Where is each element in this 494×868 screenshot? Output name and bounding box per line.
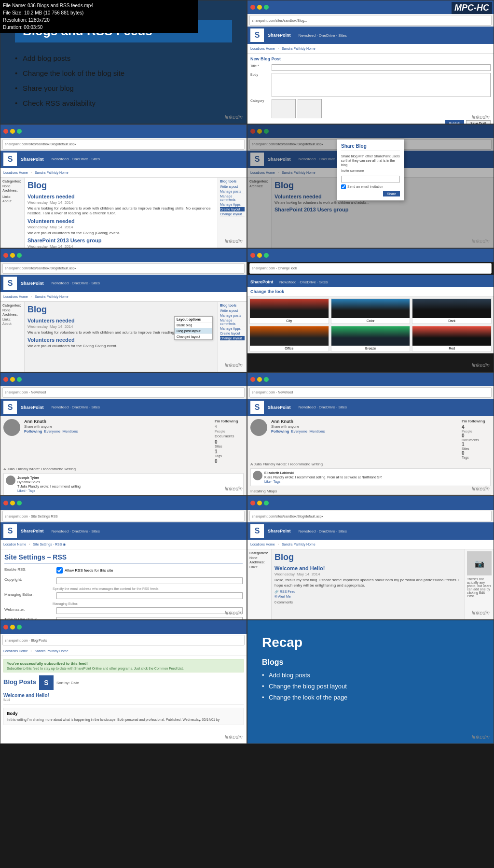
min-btn-5[interactable]	[10, 253, 15, 258]
theme-color[interactable]: Color	[331, 298, 411, 324]
theme-breeze[interactable]: Breeze	[331, 326, 411, 351]
everyone-tab-8[interactable]: Everyone	[291, 429, 307, 434]
everyone-tab[interactable]: Everyone	[44, 429, 60, 434]
min-btn-11[interactable]	[10, 625, 15, 630]
ttl-input[interactable]	[56, 617, 243, 619]
theme-grid-container: City Color Dark Office Breeze	[247, 296, 494, 353]
layout-dropdown[interactable]: Layout options Basic blog Blog post layo…	[174, 316, 213, 340]
address-bar-7[interactable]: sharepoint.com - Newsfeed	[2, 387, 245, 398]
address-bar-3[interactable]: sharepoint.com/sites/sandbox/Blog/defaul…	[2, 139, 245, 150]
tool-change-5[interactable]: Change layout	[220, 336, 245, 341]
address-bar-1[interactable]: sharepoint.com/sites/sandbox/Blog...	[249, 15, 492, 26]
theme-city[interactable]: City	[249, 298, 329, 324]
theme-office[interactable]: Office	[249, 326, 329, 351]
tool-create-layout[interactable]: Create layout	[220, 207, 245, 212]
tool-comments-5[interactable]: Manage comments	[220, 318, 245, 326]
social-post-8-2: Dennis Marchuk Klara Flandly wrote: Eliz…	[250, 494, 491, 496]
mentions-tab-8[interactable]: Mentions	[309, 429, 325, 434]
tool-manage-5[interactable]: Manage posts	[220, 313, 245, 318]
layout-opt-2[interactable]: Blog post layout	[175, 328, 212, 334]
close-btn-8[interactable]	[250, 377, 255, 382]
categories-label: Categories:	[2, 180, 22, 183]
tool-apps-5[interactable]: Manage Apps	[220, 326, 245, 331]
managing-editor-input[interactable]	[56, 592, 243, 599]
close-btn-9[interactable]	[3, 501, 8, 505]
close-btn-10[interactable]	[250, 501, 255, 505]
tool-comments[interactable]: Manage comments	[220, 194, 245, 202]
address-bar-9[interactable]: sharepoint.com - Site Settings RSS	[2, 511, 245, 521]
address-bar-6[interactable]: sharepoint.com - Change look	[249, 263, 492, 274]
bullet-1: Add blog posts	[15, 54, 232, 62]
tool-create-5[interactable]: Create layout	[220, 331, 245, 336]
share-button[interactable]: Share	[383, 191, 400, 196]
layout-opt-3[interactable]: Changed layout	[175, 334, 212, 339]
enable-rss-check[interactable]	[56, 567, 63, 574]
actions-1[interactable]: Liked · Tags	[17, 489, 81, 493]
tool-write[interactable]: Write a post	[220, 184, 245, 189]
min-btn-9[interactable]	[10, 501, 15, 505]
body-section-title: Body	[7, 711, 240, 716]
user-name: Ann Knuth	[24, 419, 211, 424]
tool-manage[interactable]: Manage posts	[220, 189, 245, 194]
min-btn-7[interactable]	[10, 377, 15, 382]
cat-selected[interactable]	[298, 99, 322, 118]
close-btn-7[interactable]	[3, 377, 8, 382]
close-btn[interactable]	[250, 5, 255, 10]
sp-name: SharePoint	[268, 33, 291, 38]
tool-change-layout[interactable]: Change layout	[220, 212, 245, 217]
copyright-input[interactable]	[56, 577, 243, 584]
max-btn-6[interactable]	[264, 253, 269, 258]
close-btn-5[interactable]	[3, 253, 8, 258]
close-btn-3[interactable]	[3, 129, 8, 134]
layout-opt-1[interactable]: Basic blog	[175, 322, 212, 328]
maximize-btn[interactable]	[264, 5, 269, 10]
max-btn-11[interactable]	[17, 625, 22, 630]
close-btn-6[interactable]	[250, 253, 255, 258]
user-info: Ann Knuth Share with anyone Following Ev…	[24, 419, 211, 464]
email-checkbox[interactable]	[341, 184, 346, 189]
sp-logo-9: S	[3, 524, 17, 538]
sp-nav-5: Newsfeed · OneDrive · Sites	[52, 281, 100, 285]
max-btn-3[interactable]	[17, 129, 22, 134]
minimize-btn[interactable]	[257, 5, 262, 10]
sp-nav-bar-9: Location Name › Site Settings - RSS ◉	[0, 540, 247, 549]
address-bar-5[interactable]: sharepoint.com/sites/sandbox/Blog/defaul…	[2, 263, 245, 274]
comments-count: 0 comments	[274, 601, 462, 604]
tags-count-8: 0	[462, 450, 491, 456]
address-bar-8[interactable]: sharepoint.com - Newsfeed	[249, 387, 492, 398]
body-input[interactable]	[272, 73, 491, 97]
save-draft-btn[interactable]: Save Draft	[466, 120, 491, 124]
linkedin-badge-2: linkedin	[472, 114, 490, 120]
invite-input[interactable]	[341, 176, 400, 182]
managing-desc: Managing Editor:	[53, 602, 243, 605]
post-text-1: Joseph Tyber Dynamik Sales T Julia Fland…	[17, 476, 81, 493]
max-btn-10[interactable]	[264, 501, 269, 505]
max-btn-9[interactable]	[17, 501, 22, 505]
max-btn-7[interactable]	[17, 377, 22, 382]
min-btn-3[interactable]	[10, 129, 15, 134]
linkedin-badge-11: linkedin	[225, 734, 243, 740]
cat-list[interactable]	[272, 99, 296, 118]
links-label: Links:	[2, 195, 22, 198]
actions-8-1[interactable]: Like · Tags	[264, 479, 382, 484]
max-btn-8[interactable]	[264, 377, 269, 382]
tool-write-5[interactable]: Write a post	[220, 308, 245, 313]
title-input[interactable]	[272, 64, 491, 71]
form-actions: Publish Save Draft	[250, 120, 491, 124]
alert-link[interactable]: ✉ Alert Me	[274, 595, 462, 599]
address-bar-10[interactable]: sharepoint.com/sites/sandbox/Blog/defaul…	[249, 511, 492, 521]
tool-apps[interactable]: Manage Apps	[220, 202, 245, 207]
min-btn-6[interactable]	[257, 253, 262, 258]
max-btn-5[interactable]	[17, 253, 22, 258]
theme-dark[interactable]: Dark	[412, 298, 492, 324]
address-bar-11[interactable]: sharepoint.com - Blog Posts	[2, 635, 245, 645]
close-btn-11[interactable]	[3, 625, 8, 630]
mentions-tab[interactable]: Mentions	[62, 429, 78, 434]
min-btn-10[interactable]	[257, 501, 262, 505]
mpc-watermark: MPC-HC	[452, 2, 492, 14]
sp-nav-8: Newsfeed · OneDrive · Sites	[299, 405, 347, 409]
publish-btn[interactable]: Publish	[445, 120, 464, 124]
theme-red[interactable]: Red	[412, 326, 492, 351]
webmaster-input[interactable]	[56, 607, 243, 614]
min-btn-8[interactable]	[257, 377, 262, 382]
